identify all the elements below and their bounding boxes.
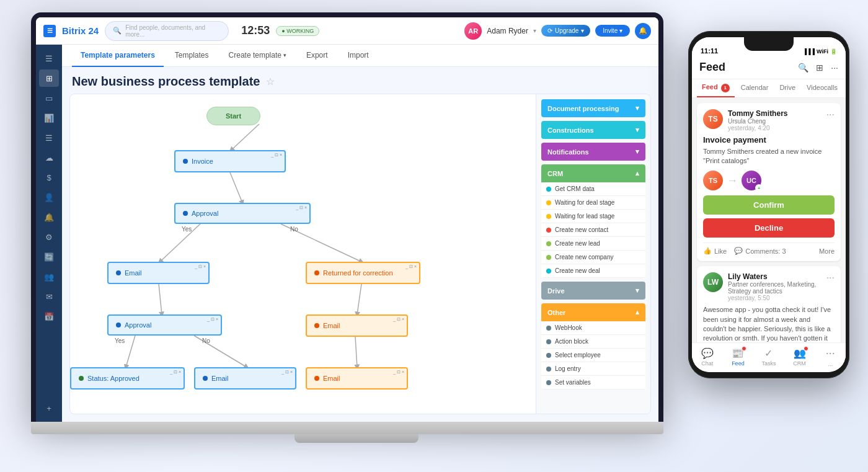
panel-header-crm[interactable]: CRM ▴ [541,164,645,182]
phone-grid-icon[interactable]: ⊞ [816,63,823,73]
tab-create-template[interactable]: Create template ▾ [220,45,295,67]
panel-notif-chevron: ▾ [636,148,639,156]
sidebar-icon-home[interactable]: ⊞ [39,69,59,87]
svg-line-5 [357,284,361,314]
decline-button[interactable]: Decline [703,218,835,238]
upgrade-button[interactable]: ⟳ Upgrade ▾ [541,25,590,37]
sidebar-icon-analytics[interactable]: 📊 [39,109,59,127]
sidebar-icon-drive[interactable]: ☁ [39,149,59,166]
comment-action[interactable]: 💬 Comments: 3 [734,247,786,255]
panel-item-webhook[interactable]: WebHook [541,321,645,335]
sidebar-icon-calendar[interactable]: 📅 [39,308,59,325]
phone-nav-tasks[interactable]: ✓ Tasks [753,347,784,367]
panel-crm-chevron: ▴ [636,169,639,177]
crm-dot-lime2 [546,255,551,260]
panel-item-new-contact[interactable]: Create new contact [541,223,645,237]
sidebar-icon-notifications[interactable]: 🔔 [39,208,59,226]
wf-node-approval1[interactable]: _ ⊡ × Approval [174,203,311,224]
phone-tab-more[interactable]: ≡ [844,80,846,96]
app-name: Bitrix 24 [62,25,99,36]
sidebar-icon-crm[interactable]: 👤 [39,189,59,206]
phone-tab-drive[interactable]: Drive [774,80,800,96]
tab-template-parameters[interactable]: Template parameters [72,45,164,67]
more-action[interactable]: More [819,247,835,255]
wf-node-start[interactable]: Start [206,107,260,125]
phone-nav-crm[interactable]: 👥 CRM [784,347,815,367]
wf-node-approval2[interactable]: _ ⊡ × Approval [107,314,222,336]
sidebar-icon-finance[interactable]: $ [39,169,59,186]
sidebar-icon-plus[interactable]: + [39,399,59,417]
panel-header-other[interactable]: Other ▴ [541,303,645,321]
like-action[interactable]: 👍 Like [703,247,727,255]
notification-icon[interactable]: 🔔 [635,23,651,39]
laptop-container: ☰ Bitrix 24 🔍 Find people, documents, an… [31,12,682,465]
sidebar-icon-menu[interactable]: ☰ [39,50,59,67]
phone-search-icon[interactable]: 🔍 [798,63,808,73]
panel-item-new-company[interactable]: Create new company [541,251,645,264]
panel-item-select-employee[interactable]: Select employee [541,349,645,362]
wf-node-invoice[interactable]: _ ⊡ × Invoice [174,150,286,172]
panel-section-crm: CRM ▴ Get CRM data Waiting for deal stag [541,164,645,278]
panel-item-waiting-lead[interactable]: Waiting for lead stage [541,210,645,223]
panel-item-new-deal[interactable]: Create new deal [541,264,645,278]
wf-node-status-approved[interactable]: _ ⊡ × Status: Approved [70,367,185,390]
panel-item-new-lead[interactable]: Create new lead [541,237,645,251]
hamburger-icon[interactable]: ☰ [43,25,56,37]
user-area: AR Adam Ryder ▾ ⟳ Upgrade ▾ Invite ▾ 🔔 [464,22,651,40]
wf-node-email-orange[interactable]: _ ⊡ × Email [306,314,408,337]
wf-node-returned[interactable]: _ ⊡ × Returned for correction [306,262,420,284]
tab-bar: Template parameters Templates Create tem… [62,45,658,67]
sidebar-icon-tasks[interactable]: ☰ [39,129,59,146]
search-bar[interactable]: 🔍 Find people, documents, and more... [105,21,229,41]
other-dot-gray3 [546,353,551,358]
tab-export[interactable]: Export [298,45,337,67]
phone-tab-feed[interactable]: Feed 1 [697,79,735,97]
phone-nav-chat[interactable]: 💬 Chat [692,347,723,367]
favorite-star-icon[interactable]: ☆ [266,76,275,87]
returned-label: Returned for correction [323,269,393,277]
email-right-label: Email [323,322,340,329]
invite-button[interactable]: Invite ▾ [595,25,630,37]
wf-node-email-bottom-orange[interactable]: _ ⊡ × Email [306,367,408,390]
confirm-button[interactable]: Confirm [703,195,835,215]
panel-item-action-block[interactable]: Action block [541,335,645,349]
post-more-icon-1[interactable]: ··· [826,109,835,120]
panel-header-drive[interactable]: Drive ▾ [541,282,645,300]
post-more-icon-2[interactable]: ··· [826,272,835,283]
phone-tab-videocalls[interactable]: Videocalls [802,80,843,96]
wf-node-email1[interactable]: _ ⊡ × Email [107,262,210,284]
tab-templates[interactable]: Templates [166,45,218,67]
panel-item-label: Select employee [555,352,601,358]
phone-more-icon[interactable]: ··· [831,63,838,73]
wf-node-email-bottom-blue[interactable]: _ ⊡ × Email [194,367,296,390]
sidebar-icon-contacts[interactable]: 👥 [39,268,59,285]
start-label: Start [226,112,241,120]
panel-item-label: Action block [555,338,588,345]
panel-item-get-crm[interactable]: Get CRM data [541,182,645,196]
tab-import[interactable]: Import [339,45,378,67]
panel-item-waiting-deal[interactable]: Waiting for deal stage [541,196,645,210]
panel-doc-label: Document processing [547,105,619,112]
panel-item-label: Create new contact [555,226,608,233]
node-dot-blue [183,211,188,216]
workflow-canvas[interactable]: Start _ ⊡ × Invoice _ ⊡ × [70,94,536,414]
crm-dot-cyan2 [546,269,551,274]
user-dropdown-icon[interactable]: ▾ [533,27,536,34]
phone-status-icons: ▐▐▐ WiFi 🔋 [803,48,837,55]
panel-header-document[interactable]: Document processing ▾ [541,99,645,117]
sidebar-icon-settings[interactable]: ⚙ [39,228,59,246]
node-controls: _ ⊡ × [195,264,206,269]
laptop-base [31,422,663,434]
phone-nav-more[interactable]: ··· ... [815,347,846,367]
panel-item-log-entry[interactable]: Log entry [541,362,645,376]
sidebar-icon-pages[interactable]: ▭ [39,89,59,107]
phone-tab-calendar[interactable]: Calendar [736,80,774,96]
phone-nav-feed[interactable]: 📰 Feed [723,347,754,367]
sidebar-icon-automation[interactable]: 🔄 [39,248,59,265]
sidebar-icon-messages[interactable]: ✉ [39,288,59,305]
panel-header-notifications[interactable]: Notifications ▾ [541,143,645,161]
panel-header-constructions[interactable]: Constructions ▾ [541,121,645,139]
svg-line-4 [159,284,162,314]
panel-item-set-variables[interactable]: Set variables [541,376,645,390]
panel-section-drive: Drive ▾ [541,282,645,300]
